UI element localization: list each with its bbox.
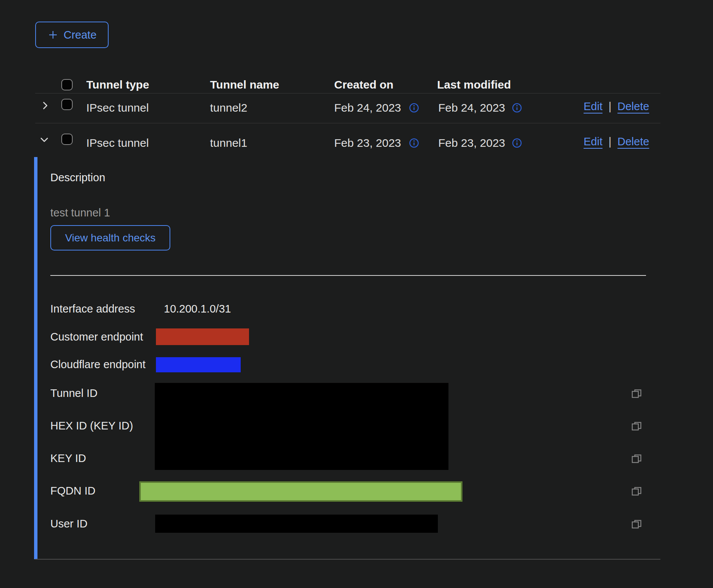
detail-label-fqdn-id: FQDN ID [50, 484, 95, 498]
info-icon[interactable] [512, 103, 522, 113]
last-modified-cell: Feb 24, 2023 [438, 102, 505, 114]
edit-link[interactable]: Edit [584, 100, 602, 112]
row-checkbox[interactable] [61, 99, 73, 110]
column-header-tunnel-name: Tunnel name [210, 79, 279, 90]
fqdn-id-redaction [139, 481, 462, 502]
row-checkbox[interactable] [61, 134, 73, 145]
row-actions: Edit | Delete [584, 100, 649, 112]
user-id-redaction [155, 515, 438, 533]
info-icon[interactable] [409, 103, 419, 113]
detail-label-user-id: User ID [50, 517, 87, 530]
detail-label-key-id: KEY ID [50, 451, 86, 465]
interface-address-value: 10.200.1.0/31 [164, 302, 231, 316]
created-on-cell: Feb 24, 2023 [334, 102, 401, 114]
detail-label-hex-id: HEX ID (KEY ID) [50, 419, 133, 432]
view-health-checks-button[interactable]: View health checks [50, 225, 170, 250]
table-row: IPsec tunnel tunnel2 Feb 24, 2023 Feb 24… [0, 93, 713, 123]
customer-endpoint-redaction [156, 328, 249, 345]
action-separator: | [609, 135, 612, 148]
detail-label-customer-endpoint: Customer endpoint [50, 330, 143, 344]
chevron-right-icon[interactable] [40, 100, 50, 111]
tunnel-name-cell: tunnel2 [210, 102, 247, 114]
detail-label-interface-address: Interface address [50, 302, 135, 316]
last-modified-cell: Feb 23, 2023 [438, 137, 505, 149]
tunnel-name-cell: tunnel1 [210, 137, 247, 149]
created-on-cell: Feb 23, 2023 [334, 137, 401, 149]
plus-icon [47, 29, 59, 40]
cloudflare-endpoint-redaction [156, 357, 241, 372]
info-icon[interactable] [409, 138, 419, 148]
copy-icon[interactable] [630, 518, 643, 530]
copy-icon[interactable] [630, 387, 643, 399]
detail-label-tunnel-id: Tunnel ID [50, 386, 98, 400]
chevron-down-icon[interactable] [39, 134, 50, 145]
detail-label-cloudflare-endpoint: Cloudflare endpoint [50, 358, 146, 371]
copy-icon[interactable] [630, 420, 643, 432]
select-all-checkbox[interactable] [61, 79, 73, 90]
edit-link[interactable]: Edit [584, 135, 602, 148]
create-button[interactable]: Create [35, 22, 109, 48]
column-header-created-on: Created on [334, 79, 394, 90]
delete-link[interactable]: Delete [618, 100, 649, 112]
row-actions: Edit | Delete [584, 135, 649, 148]
create-button-label: Create [64, 29, 97, 41]
table-row: IPsec tunnel tunnel1 Feb 23, 2023 Feb 23… [0, 125, 713, 154]
row-divider [35, 123, 660, 123]
column-header-tunnel-type: Tunnel type [86, 79, 149, 90]
copy-icon[interactable] [630, 452, 643, 464]
tunnels-page: Create Tunnel type Tunnel name Created o… [0, 0, 713, 588]
tunnel-type-cell: IPsec tunnel [86, 102, 149, 114]
copy-icon[interactable] [630, 485, 643, 497]
column-header-last-modified: Last modified [437, 79, 511, 90]
info-icon[interactable] [512, 138, 522, 148]
description-label: Description [50, 171, 105, 184]
tunnel-type-cell: IPsec tunnel [86, 137, 149, 149]
section-divider [50, 275, 646, 276]
action-separator: | [609, 100, 612, 112]
tunnel-id-hex-key-redaction [155, 383, 448, 470]
expanded-row-bottom-divider [35, 559, 660, 560]
description-value: test tunnel 1 [50, 207, 110, 219]
expanded-row-accent-bar [34, 157, 37, 559]
delete-link[interactable]: Delete [618, 135, 649, 148]
